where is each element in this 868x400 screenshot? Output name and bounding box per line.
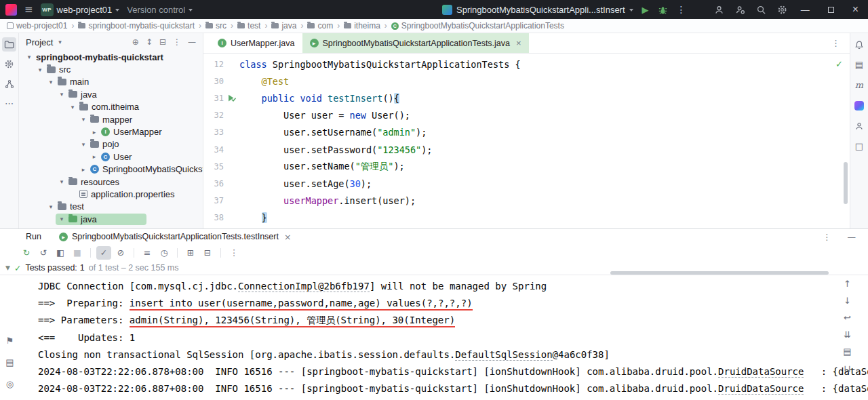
project-panel-title[interactable]: Project xyxy=(26,37,53,47)
chevron-icon[interactable]: ▾ xyxy=(69,104,76,111)
chevron-icon[interactable]: ▾ xyxy=(80,141,87,148)
editor-tab[interactable]: IUserMapper.java xyxy=(210,33,302,53)
project-tree-item[interactable]: ▾java xyxy=(19,88,203,100)
more-options-icon[interactable]: ⋮ xyxy=(831,33,850,53)
show-ignored-icon[interactable]: ⊘ xyxy=(113,246,128,260)
search-icon[interactable] xyxy=(756,5,766,15)
project-tree-item[interactable]: ▾com.itheima xyxy=(19,101,203,113)
settings-icon[interactable] xyxy=(777,5,787,15)
close-icon[interactable]: × xyxy=(516,38,521,48)
breadcrumb-item[interactable]: itheima xyxy=(344,21,380,31)
rerun-tests-icon[interactable]: ↻ xyxy=(19,246,34,260)
chevron-icon[interactable]: ▾ xyxy=(47,203,54,210)
project-tree-item[interactable]: ▸CSpringbootMybatisQuickst xyxy=(19,163,203,176)
sort-alphabetically-icon[interactable]: ≡ xyxy=(140,246,155,260)
rerun-failed-tests-icon[interactable]: ↺ xyxy=(36,246,51,260)
scroll-to-top-icon[interactable]: ↑ xyxy=(840,278,854,289)
editor-scrollbar[interactable] xyxy=(844,162,848,204)
project-tree-item[interactable]: ▾test xyxy=(19,201,203,213)
code-with-me-icon[interactable] xyxy=(714,5,724,15)
scrollbar-thumb[interactable] xyxy=(610,271,829,275)
more-tools-icon[interactable]: ⋯ xyxy=(2,96,16,111)
breadcrumb-item[interactable]: CSpringbootMybatisQuickstartApplicationT… xyxy=(391,21,564,31)
project-selector[interactable]: WP web-project01 xyxy=(41,3,120,16)
breadcrumb-item[interactable]: springboot-mybatis-quickstart xyxy=(78,21,195,31)
chevron-icon[interactable]: ▸ xyxy=(91,129,98,136)
expand-all-icon[interactable]: ⊞ xyxy=(183,246,198,260)
terminal-icon[interactable]: ▤ xyxy=(3,355,17,369)
sort-by-duration-icon[interactable]: ◷ xyxy=(157,246,172,260)
settings-tool-icon[interactable] xyxy=(2,57,16,71)
console-output[interactable]: JDBC Connection [com.mysql.cj.jdbc.Conne… xyxy=(0,275,868,397)
editor-tab[interactable]: ▶SpringbootMybatisQuickstartApplicationT… xyxy=(302,33,529,53)
project-tree-item[interactable]: ▸CUser xyxy=(19,151,203,163)
expand-collapse-icon[interactable]: ↕ xyxy=(146,37,153,47)
soft-wrap-icon[interactable]: ↩ xyxy=(840,312,854,323)
chevron-icon[interactable]: ▾ xyxy=(58,178,65,185)
remote-dev-icon[interactable] xyxy=(735,5,745,15)
version-control-widget[interactable]: Version control xyxy=(127,5,193,15)
chevron-icon[interactable]: ▾ xyxy=(58,216,65,222)
chevron-icon[interactable]: ▸ xyxy=(91,153,98,160)
services-icon[interactable]: ◎ xyxy=(3,377,17,391)
project-tree-item[interactable]: ▾src xyxy=(19,63,203,75)
breadcrumb-item[interactable]: com xyxy=(307,21,333,31)
project-tree-item[interactable]: ▾java xyxy=(19,213,203,225)
project-tree-item[interactable]: ▾resources xyxy=(19,176,203,188)
more-options-icon[interactable]: ⋮ xyxy=(173,37,181,47)
minimize-icon[interactable]: — xyxy=(801,5,810,15)
chevron-icon[interactable]: ▾ xyxy=(47,79,54,85)
breadcrumb-item[interactable]: test xyxy=(237,21,260,31)
main-menu-icon[interactable]: ≡ xyxy=(24,3,33,16)
chevron-icon[interactable]: ▾ xyxy=(37,66,43,73)
breadcrumb-item[interactable]: src xyxy=(205,21,226,31)
inspections-ok-icon[interactable]: ✓ xyxy=(835,59,843,69)
chevron-icon[interactable]: ▾ xyxy=(80,116,87,123)
run-with-coverage-icon[interactable]: ◧ xyxy=(53,246,68,260)
clear-all-icon[interactable]: ⊔ xyxy=(840,363,854,374)
project-tree-item[interactable]: ▸IUserMapper xyxy=(19,125,203,138)
chevron-down-icon[interactable]: ▼ xyxy=(5,264,10,271)
debug-button[interactable] xyxy=(658,5,668,15)
maximize-icon[interactable] xyxy=(828,7,834,13)
breadcrumb-item[interactable]: web-project01 xyxy=(7,21,67,31)
stop-icon[interactable]: ■ xyxy=(70,246,85,260)
scroll-to-bottom-icon[interactable]: ↓ xyxy=(840,295,854,306)
bookmarks-icon[interactable]: ⚑ xyxy=(3,334,17,348)
run-test-passed-icon[interactable] xyxy=(224,94,239,102)
locate-file-icon[interactable]: ⊕ xyxy=(132,37,139,47)
hide-panel-icon[interactable]: — xyxy=(188,37,196,47)
more-actions-icon[interactable]: ⋮ xyxy=(677,4,686,15)
close-icon[interactable]: × xyxy=(852,4,859,15)
layers-icon[interactable]: ▤ xyxy=(852,58,867,72)
hide-panel-icon[interactable]: — xyxy=(848,232,856,242)
more-options-icon[interactable]: ⋮ xyxy=(823,232,831,242)
breadcrumb-item[interactable]: java xyxy=(271,21,296,31)
structure-tool-icon[interactable] xyxy=(2,77,16,91)
chevron-icon[interactable]: ▾ xyxy=(26,54,33,60)
run-button[interactable]: ▶ xyxy=(642,5,649,15)
chevron-icon[interactable]: ▾ xyxy=(58,91,65,98)
ai-assistant-icon[interactable] xyxy=(852,98,867,113)
scroll-to-end-icon[interactable]: ⇊ xyxy=(840,329,854,340)
run-tab[interactable]: ▶ SpringbootMybatisQuickstartApplication… xyxy=(59,232,291,242)
project-tree-item[interactable]: ▾springboot-mybatis-quickstart xyxy=(19,51,203,63)
more-options-icon[interactable]: ⋮ xyxy=(226,246,241,260)
project-tree-item[interactable]: application.properties xyxy=(19,188,203,200)
project-tool-icon[interactable] xyxy=(2,37,16,52)
profile-icon[interactable] xyxy=(852,119,867,133)
plugins-icon[interactable]: □ xyxy=(852,139,867,153)
collapse-all-icon[interactable]: ⊟ xyxy=(159,37,166,47)
notifications-icon[interactable] xyxy=(852,37,867,52)
collapse-all-icon[interactable]: ⊟ xyxy=(200,246,215,260)
run-configuration-selector[interactable]: SpringbootMybatisQuickstartAppli...stIns… xyxy=(442,5,633,15)
chevron-icon[interactable]: ▸ xyxy=(80,166,87,173)
project-tree-item[interactable]: ▾main xyxy=(19,76,203,88)
maven-icon[interactable]: m xyxy=(852,78,867,92)
close-icon[interactable]: × xyxy=(284,232,291,242)
code-editor[interactable]: 12class SpringbootMybatisQuickstartAppli… xyxy=(203,54,850,228)
project-tree-item[interactable]: ▾pojo xyxy=(19,138,203,151)
print-icon[interactable]: ▤ xyxy=(840,346,854,357)
project-tree-item[interactable]: ▾mapper xyxy=(19,113,203,125)
show-passed-icon[interactable]: ✓ xyxy=(96,246,111,260)
